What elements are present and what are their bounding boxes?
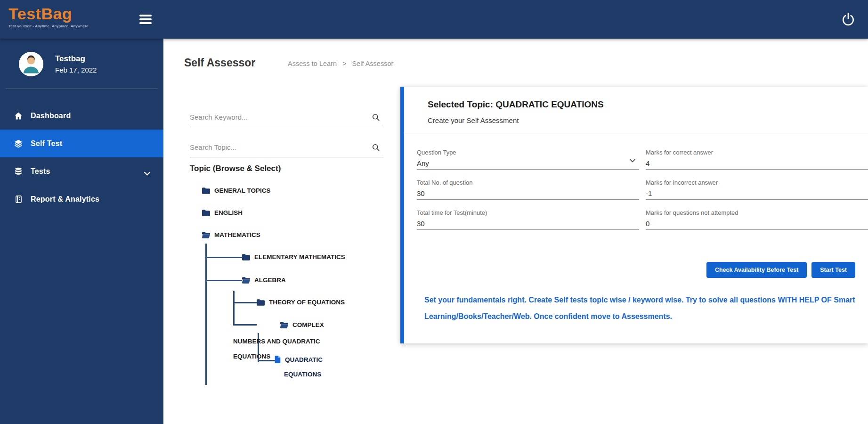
folder-icon (257, 299, 265, 309)
tree-connector-line (233, 302, 257, 303)
folder-icon (202, 209, 210, 220)
folder-icon (242, 253, 250, 264)
tree-item-elementary-mathematics[interactable]: ELEMENTARY MATHEMATICS (242, 252, 345, 264)
tree-connector-line (205, 244, 207, 385)
selected-topic-title: Selected Topic: QUADRATIC EQUATIONS (428, 99, 604, 110)
app-logo: TestBag (8, 5, 89, 23)
brand: TestBag Test yourself - Anytime, Anyplac… (8, 5, 89, 28)
file-icon (279, 355, 281, 368)
sidebar: Testbag Feb 17, 2022 Dashboard Self Test (0, 39, 163, 424)
sidebar-item-label: Self Test (31, 139, 62, 148)
folder-open-icon (242, 277, 250, 287)
marks-incorrect-input[interactable]: -1 (646, 189, 868, 197)
tree-item-algebra[interactable]: ALGEBRA (242, 275, 286, 287)
instructions-note: Set your fundamentals right. Create Self… (424, 292, 858, 325)
stack-icon (13, 166, 24, 177)
tree-item-label: ENGLISH (214, 209, 243, 216)
topic-browse-heading: Topic (Browse & Select) (190, 164, 281, 173)
folder-open-icon (257, 319, 288, 334)
total-time-field[interactable]: Total time for Test(minute) 30 (417, 208, 639, 230)
tree-item-general-topics[interactable]: GENERAL TOPICS (202, 186, 271, 197)
main-content: Self Assessor Assess to Learn>Self Asses… (163, 39, 868, 424)
page-title: Self Assessor (184, 57, 255, 69)
topic-tree: GENERAL TOPICS ENGLISH MATHEMATICS ELEME… (190, 179, 397, 400)
tree-item-quadratic-equations-selected[interactable]: QUADRATIC EQUATIONS (284, 353, 342, 381)
tree-item-theory-of-equations[interactable]: THEORY OF EQUATIONS (257, 297, 345, 309)
field-label: Question Type (417, 148, 639, 156)
total-time-input[interactable]: 30 (417, 220, 639, 228)
hamburger-menu-icon[interactable] (139, 15, 153, 24)
search-keyword-box (190, 108, 383, 127)
sidebar-item-label: Tests (31, 167, 50, 176)
sidebar-item-dashboard[interactable]: Dashboard (0, 102, 163, 130)
card-subtitle: Create your Self Assessment (428, 116, 519, 124)
field-label: Total No. of question (417, 178, 639, 186)
user-name: Testbag (55, 54, 85, 64)
sidebar-item-tests[interactable]: Tests (0, 157, 163, 185)
breadcrumb-current: Self Assessor (352, 60, 393, 67)
report-icon (13, 194, 24, 204)
sidebar-divider (6, 89, 158, 89)
field-label: Marks for incorrect answer (646, 178, 868, 186)
tree-item-label: ALGEBRA (254, 277, 286, 284)
chevron-down-icon (630, 156, 635, 164)
app-tagline: Test yourself - Anytime, Anyplace, Anywh… (8, 24, 89, 28)
breadcrumb: Assess to Learn>Self Assessor (288, 60, 393, 67)
sidebar-item-label: Dashboard (31, 112, 71, 120)
avatar (19, 52, 43, 76)
tree-connector-line (205, 280, 242, 281)
field-label: Marks for questions not attempted (646, 208, 868, 216)
start-test-button[interactable]: Start Test (811, 262, 855, 278)
breadcrumb-parent[interactable]: Assess to Learn (288, 60, 337, 67)
field-label: Total time for Test(minute) (417, 208, 639, 216)
breadcrumb-separator: > (342, 60, 346, 67)
marks-not-attempted-input[interactable]: 0 (646, 220, 868, 228)
card-actions: Check Availability Before Test Start Tes… (706, 262, 855, 278)
sidebar-item-label: Report & Analytics (31, 195, 99, 204)
tree-item-label: QUADRATIC EQUATIONS (284, 356, 323, 378)
sidebar-nav: Dashboard Self Test Tests (0, 102, 163, 213)
sidebar-item-report-analytics[interactable]: Report & Analytics (0, 185, 163, 213)
question-type-field[interactable]: Question Type Any (417, 148, 639, 170)
layers-icon (13, 139, 24, 149)
search-keyword-input[interactable] (190, 108, 364, 125)
power-logout-icon[interactable] (841, 12, 856, 27)
tree-item-label: THEORY OF EQUATIONS (269, 299, 345, 306)
tree-item-label: GENERAL TOPICS (214, 187, 271, 194)
tree-connector-line (205, 257, 242, 258)
check-availability-button[interactable]: Check Availability Before Test (706, 262, 807, 278)
search-topic-box (190, 139, 383, 157)
user-date: Feb 17, 2022 (55, 66, 97, 74)
total-questions-input[interactable]: 30 (417, 189, 639, 197)
folder-icon (202, 187, 210, 197)
home-icon (13, 111, 24, 121)
marks-correct-input[interactable]: 4 (646, 159, 868, 167)
assessment-form: Question Type Any Marks for correct answ… (417, 148, 868, 238)
total-questions-field[interactable]: Total No. of question 30 (417, 178, 639, 200)
card-divider (404, 133, 868, 133)
search-icon[interactable] (371, 113, 381, 124)
search-topic-input[interactable] (190, 139, 364, 155)
tree-item-label: MATHEMATICS (214, 231, 260, 238)
folder-open-icon (202, 231, 210, 242)
marks-incorrect-field[interactable]: Marks for incorrect answer -1 (646, 178, 868, 200)
marks-correct-field[interactable]: Marks for correct answer 4 (646, 148, 868, 170)
top-bar: TestBag Test yourself - Anytime, Anyplac… (0, 0, 868, 39)
question-type-select[interactable]: Any (417, 159, 639, 167)
field-label: Marks for correct answer (646, 148, 868, 156)
chevron-down-icon (144, 169, 150, 178)
self-assessment-card: Selected Topic: QUADRATIC EQUATIONS Crea… (400, 87, 868, 343)
tree-item-english[interactable]: ENGLISH (202, 208, 243, 220)
sidebar-item-self-test[interactable]: Self Test (0, 130, 163, 157)
search-icon[interactable] (371, 143, 381, 154)
user-block: Testbag Feb 17, 2022 (0, 39, 163, 89)
marks-not-attempted-field[interactable]: Marks for questions not attempted 0 (646, 208, 868, 230)
tree-item-label: ELEMENTARY MATHEMATICS (254, 253, 345, 261)
tree-item-mathematics[interactable]: MATHEMATICS (202, 230, 260, 242)
